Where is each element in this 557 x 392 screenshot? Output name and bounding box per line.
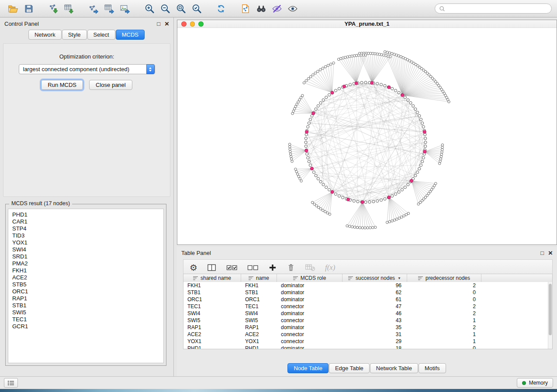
export-web-page-button[interactable] xyxy=(238,2,253,16)
cell-name: RAP1 xyxy=(241,324,277,331)
tab-network[interactable]: Network xyxy=(28,30,62,40)
deselect-all-rows-button[interactable] xyxy=(247,261,259,274)
search-input[interactable] xyxy=(448,5,547,12)
export-network-button[interactable] xyxy=(86,2,101,16)
mcds-result-item[interactable]: SWI5 xyxy=(12,309,163,316)
show-panels-menu-button[interactable] xyxy=(4,378,18,388)
export-image-button[interactable] xyxy=(117,2,133,16)
mcds-result-item[interactable]: PMA2 xyxy=(12,260,163,267)
zoom-in-button[interactable] xyxy=(142,2,157,16)
zoom-selected-button[interactable] xyxy=(189,2,204,16)
mcds-result-item[interactable]: TEC1 xyxy=(12,316,163,323)
eye-icon xyxy=(287,3,298,14)
column-header-name[interactable]: name xyxy=(241,274,277,282)
apply-layout-button[interactable] xyxy=(213,2,229,16)
cell-name: STB1 xyxy=(241,289,277,296)
network-view[interactable] xyxy=(177,28,557,244)
mcds-result-item[interactable]: ACE2 xyxy=(12,274,163,281)
delete-column-button[interactable] xyxy=(287,261,295,274)
tab-edge-table[interactable]: Edge Table xyxy=(329,363,370,373)
mcds-result-item[interactable]: STB5 xyxy=(12,281,163,288)
table-settings-button[interactable]: ⚙ xyxy=(190,261,197,274)
close-icon: × xyxy=(548,249,553,257)
add-column-button[interactable] xyxy=(268,261,277,274)
mcds-result-item[interactable]: TID3 xyxy=(12,232,163,239)
cell-predecessor_nodes: 0 xyxy=(407,345,481,349)
function-builder-button[interactable]: f(x) xyxy=(325,263,336,272)
mcds-result-list[interactable]: PHD1CAR1STP4TID3YOX1SWI4SRD1PMA2FKH1ACE2… xyxy=(8,209,164,363)
search-box[interactable] xyxy=(435,3,552,14)
column-header-predecessor-nodes[interactable]: predecessor nodes xyxy=(407,274,481,282)
close-table-panel-button[interactable]: × xyxy=(548,249,553,257)
memory-button[interactable]: Memory xyxy=(517,378,553,388)
cell-mcds_role: connector xyxy=(277,338,343,345)
mcds-result-item[interactable]: PHD1 xyxy=(12,211,163,218)
table-row[interactable]: ORC1ORC1dominator610 xyxy=(183,296,548,303)
cell-mcds_role: dominator xyxy=(277,296,343,303)
mcds-result-item[interactable]: RAP1 xyxy=(12,295,163,302)
hide-graphics-details-button[interactable] xyxy=(269,2,285,16)
column-header-shared-name[interactable]: shared name xyxy=(183,274,241,282)
network-svg[interactable] xyxy=(177,28,557,244)
table-row[interactable]: RAP1RAP1dominator352 xyxy=(183,324,548,331)
cell-mcds_role: dominator xyxy=(277,310,343,317)
show-graphics-details-button[interactable] xyxy=(285,2,301,16)
search-icon xyxy=(439,6,445,12)
table-row[interactable]: TEC1TEC1connector472 xyxy=(183,303,548,310)
close-panel-button[interactable]: × xyxy=(165,20,169,28)
delete-table-button[interactable] xyxy=(305,261,315,274)
table-row[interactable]: FKH1FKH1dominator962 xyxy=(183,282,548,289)
select-stepper[interactable] xyxy=(146,64,155,74)
mcds-result-item[interactable]: STB1 xyxy=(12,302,163,309)
checked-boxes-icon xyxy=(226,264,238,272)
mcds-result-item[interactable]: SRD1 xyxy=(12,253,163,260)
import-network-button[interactable] xyxy=(45,2,61,16)
find-button[interactable] xyxy=(253,2,269,16)
optimization-criterion-select[interactable]: largest connected component (undirected) xyxy=(19,64,155,74)
column-header-successor-nodes[interactable]: successor nodes▼ xyxy=(343,274,407,282)
cell-successor_nodes: 46 xyxy=(343,310,407,317)
table-row[interactable]: STB1STB1dominator620 xyxy=(183,289,548,296)
maximize-window-button[interactable] xyxy=(198,21,204,27)
close-window-button[interactable] xyxy=(181,21,187,27)
import-table-button[interactable] xyxy=(61,2,77,16)
float-panel-button[interactable]: □ xyxy=(157,21,160,27)
zoom-fit-button[interactable] xyxy=(173,2,189,16)
zoom-out-button[interactable] xyxy=(157,2,173,16)
table-row[interactable]: YOX1YOX1connector291 xyxy=(183,338,548,345)
scrollbar-thumb[interactable] xyxy=(549,284,552,335)
close-panel-button-mcds[interactable]: Close panel xyxy=(89,80,132,90)
mcds-result-item[interactable]: ORC1 xyxy=(12,288,163,295)
float-table-panel-button[interactable]: □ xyxy=(540,250,544,256)
minimize-window-button[interactable] xyxy=(190,21,195,27)
tab-select[interactable]: Select xyxy=(87,30,115,40)
tab-node-table[interactable]: Node Table xyxy=(287,363,329,373)
table-row[interactable]: PHD1PHD1dominator180 xyxy=(183,345,548,349)
mcds-result-item[interactable]: GCR1 xyxy=(12,323,163,330)
unchecked-boxes-icon xyxy=(247,264,259,272)
run-mcds-button[interactable]: Run MCDS xyxy=(41,80,83,90)
toggle-columns-button[interactable] xyxy=(207,261,217,274)
select-all-rows-button[interactable] xyxy=(226,261,238,274)
table-row[interactable]: SWI5SWI5connector431 xyxy=(183,317,548,324)
mcds-result-item[interactable]: FKH1 xyxy=(12,267,163,274)
save-session-button[interactable] xyxy=(21,2,37,16)
mcds-result-item[interactable]: SWI4 xyxy=(12,246,163,253)
tab-motifs[interactable]: Motifs xyxy=(419,363,446,373)
export-table-button[interactable] xyxy=(101,2,117,16)
open-session-button[interactable] xyxy=(5,2,21,16)
tab-network-table[interactable]: Network Table xyxy=(370,363,418,373)
column-header-MCDS-role[interactable]: MCDS role xyxy=(277,274,343,282)
control-panel-title: Control Panel xyxy=(4,21,39,27)
mcds-result-item[interactable]: CAR1 xyxy=(12,218,163,225)
mcds-result-item[interactable]: STP4 xyxy=(12,225,163,232)
tab-style[interactable]: Style xyxy=(62,30,87,40)
gear-icon: ⚙ xyxy=(190,263,197,272)
tab-mcds[interactable]: MCDS xyxy=(116,30,145,40)
table-scrollbar[interactable] xyxy=(548,282,552,349)
table-row[interactable]: SWI4SWI4dominator462 xyxy=(183,310,548,317)
mcds-result-item[interactable]: YOX1 xyxy=(12,239,163,246)
control-panel-header: Control Panel □ × xyxy=(0,17,173,30)
table-panel-tabs: Node TableEdge TableNetwork TableMotifs xyxy=(177,363,557,373)
table-row[interactable]: ACE2ACE2connector311 xyxy=(183,331,548,338)
